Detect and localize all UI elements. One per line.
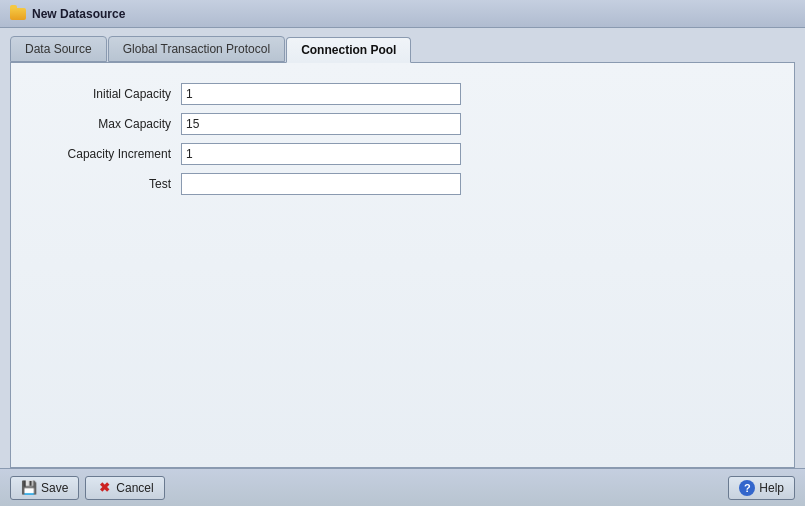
title-bar: New Datasource [0,0,805,28]
form-row-initial-capacity: Initial Capacity [31,83,531,105]
save-button[interactable]: 💾 Save [10,476,79,500]
input-capacity-increment[interactable] [181,143,461,165]
cancel-button[interactable]: ✖ Cancel [85,476,164,500]
bottom-left-buttons: 💾 Save ✖ Cancel [10,476,165,500]
form-row-max-capacity: Max Capacity [31,113,531,135]
label-max-capacity: Max Capacity [31,117,171,131]
cancel-icon: ✖ [96,480,112,496]
form-area: Initial Capacity Max Capacity Capacity I… [31,83,531,195]
tab-content-connection-pool: Initial Capacity Max Capacity Capacity I… [10,62,795,468]
help-icon: ? [739,480,755,496]
bottom-right-buttons: ? Help [728,476,795,500]
content-area: Data Source Global Transaction Protocol … [0,28,805,468]
folder-icon [10,8,26,20]
help-button-label: Help [759,481,784,495]
tab-connection-pool[interactable]: Connection Pool [286,37,411,63]
tab-data-source[interactable]: Data Source [10,36,107,62]
cancel-button-label: Cancel [116,481,153,495]
label-test: Test [31,177,171,191]
input-initial-capacity[interactable] [181,83,461,105]
tabs-row: Data Source Global Transaction Protocol … [10,36,795,62]
window: New Datasource Data Source Global Transa… [0,0,805,506]
save-icon: 💾 [21,480,37,496]
input-test[interactable] [181,173,461,195]
save-button-label: Save [41,481,68,495]
bottom-bar: 💾 Save ✖ Cancel ? Help [0,468,805,506]
label-capacity-increment: Capacity Increment [31,147,171,161]
help-button[interactable]: ? Help [728,476,795,500]
form-row-test: Test [31,173,531,195]
input-max-capacity[interactable] [181,113,461,135]
window-title: New Datasource [32,7,125,21]
tab-global-transaction-protocol[interactable]: Global Transaction Protocol [108,36,285,62]
label-initial-capacity: Initial Capacity [31,87,171,101]
form-row-capacity-increment: Capacity Increment [31,143,531,165]
